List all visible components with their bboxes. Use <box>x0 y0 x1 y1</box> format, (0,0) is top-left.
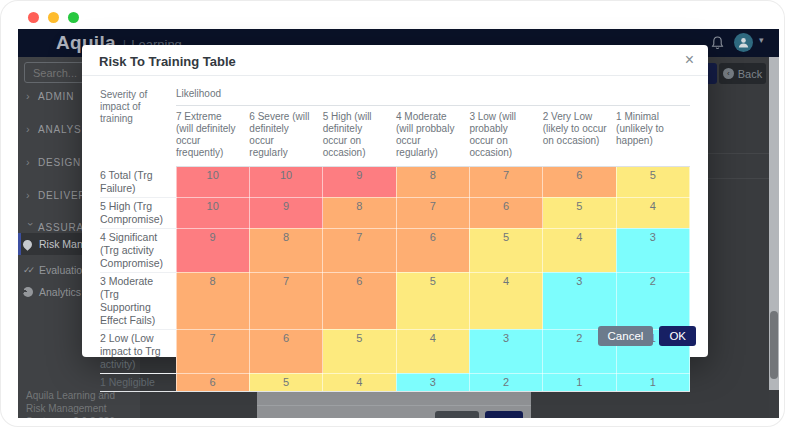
risk-value-cell[interactable]: 8 <box>176 272 249 329</box>
sidebar-item-label: DESIGN <box>38 157 81 168</box>
risk-value-cell[interactable]: 3 <box>616 228 689 272</box>
likelihood-column-header: 1 Minimal (unlikely to happen) <box>616 106 689 167</box>
sidebar-item-label: ADMIN <box>38 91 74 102</box>
risk-value-cell[interactable]: 5 <box>543 197 616 228</box>
likelihood-column-header: 7 Extreme (will definitely occur frequen… <box>176 106 249 167</box>
severity-row-label: 1 Negligible <box>100 373 176 391</box>
severity-row-label: 4 Significant (Trg activity Compromise) <box>100 228 176 272</box>
scrollbar-track[interactable] <box>769 57 779 390</box>
risk-value-cell[interactable]: 7 <box>249 272 322 329</box>
risk-value-cell[interactable]: 10 <box>176 197 249 228</box>
modal-footer: Cancel OK <box>598 326 696 346</box>
scrollbar-thumb[interactable] <box>770 311 778 379</box>
risk-value-cell[interactable]: 1 <box>616 373 689 391</box>
modal-title: Risk To Training Table <box>99 54 236 69</box>
likelihood-column-header: 4 Moderate (will probbaly occur regularl… <box>396 106 469 167</box>
chevron-right-icon: › <box>26 123 38 135</box>
risk-value-cell[interactable]: 2 <box>469 373 542 391</box>
back-arrow-icon: ‹ <box>723 68 734 79</box>
close-icon[interactable]: × <box>685 50 694 70</box>
risk-value-cell[interactable]: 5 <box>616 167 689 198</box>
risk-value-cell[interactable]: 4 <box>469 272 542 329</box>
chevron-right-icon: › <box>26 189 38 201</box>
risk-value-cell[interactable]: 6 <box>323 272 396 329</box>
back-button[interactable]: ‹ Back <box>719 63 766 84</box>
risk-value-cell[interactable]: 6 <box>249 329 322 373</box>
screenshot-canvas: Aquila | Learning ▾ <box>0 0 785 427</box>
risk-value-cell[interactable]: 2 <box>616 272 689 329</box>
background-row-divider <box>708 178 769 179</box>
risk-value-cell[interactable]: 9 <box>323 167 396 198</box>
chevron-down-icon[interactable]: ▾ <box>759 35 764 45</box>
risk-value-cell[interactable]: 5 <box>323 329 396 373</box>
avatar[interactable] <box>734 33 753 52</box>
risk-value-cell[interactable]: 4 <box>543 228 616 272</box>
severity-row-label: 5 High (Trg Compromise) <box>100 197 176 228</box>
risk-value-cell[interactable]: 3 <box>396 373 469 391</box>
risk-value-cell[interactable]: 7 <box>396 197 469 228</box>
risk-value-cell[interactable]: 3 <box>469 329 542 373</box>
background-row-divider <box>708 153 769 154</box>
risk-value-cell[interactable]: 7 <box>176 329 249 373</box>
chevron-right-icon: › <box>26 156 38 168</box>
risk-value-cell[interactable]: 4 <box>323 373 396 391</box>
risk-value-cell[interactable]: 5 <box>396 272 469 329</box>
window-zoom-icon[interactable] <box>68 12 79 23</box>
risk-value-cell[interactable]: 8 <box>396 167 469 198</box>
background-cancel-button[interactable] <box>435 411 479 418</box>
cancel-button[interactable]: Cancel <box>598 326 654 346</box>
sidebar-subitem-label: Evaluation <box>39 264 88 276</box>
risk-value-cell[interactable]: 7 <box>323 228 396 272</box>
likelihood-column-header: 3 Low (will probably occur on occasion) <box>469 106 542 167</box>
severity-row-label: 6 Total (Trg Failure) <box>100 167 176 198</box>
sidebar-subitem-label: Analytics <box>39 286 81 298</box>
likelihood-column-header: 5 High (will definitely occur on occasio… <box>323 106 396 167</box>
form-divider <box>257 405 531 406</box>
risk-value-cell[interactable]: 1 <box>543 373 616 391</box>
table-row: 5 High (Trg Compromise)10987654 <box>100 197 690 228</box>
app-version-text: Aquila Learning and Risk Management Syst… <box>26 389 134 418</box>
evaluation-icon: ✓✓ <box>23 265 39 275</box>
risk-value-cell[interactable]: 10 <box>176 167 249 198</box>
table-row: 4 Significant (Trg activity Compromise)9… <box>100 228 690 272</box>
risk-value-cell[interactable]: 5 <box>469 228 542 272</box>
back-button-label: Back <box>738 68 762 80</box>
ok-button[interactable]: OK <box>659 326 696 346</box>
severity-row-label: 3 Moderate (Trg Supporting Effect Fails) <box>100 272 176 329</box>
chevron-right-icon: › <box>26 90 38 102</box>
risk-value-cell[interactable]: 10 <box>249 167 322 198</box>
window-close-icon[interactable] <box>28 12 39 23</box>
likelihood-column-header: 2 Very Low (likely to occur on occasion) <box>543 106 616 167</box>
modal-header: Risk To Training Table × <box>82 45 708 76</box>
browser-window: Aquila | Learning ▾ <box>0 0 785 427</box>
likelihood-group-header: Likelihood <box>176 86 690 106</box>
risk-value-cell[interactable]: 4 <box>396 329 469 373</box>
risk-value-cell[interactable]: 8 <box>323 197 396 228</box>
risk-value-cell[interactable]: 6 <box>396 228 469 272</box>
risk-value-cell[interactable]: 9 <box>176 228 249 272</box>
risk-value-cell[interactable]: 7 <box>469 167 542 198</box>
risk-value-cell[interactable]: 6 <box>469 197 542 228</box>
risk-value-cell[interactable]: 8 <box>249 228 322 272</box>
bell-icon[interactable] <box>710 35 725 51</box>
likelihood-column-header: 6 Severe (will definitely occur regularl… <box>249 106 322 167</box>
risk-value-cell[interactable]: 6 <box>543 167 616 198</box>
risk-to-training-modal: Risk To Training Table × Severity of imp… <box>82 45 708 357</box>
table-row: 3 Moderate (Trg Supporting Effect Fails)… <box>100 272 690 329</box>
severity-row-label: 2 Low (Low impact to Trg activity) <box>100 329 176 373</box>
table-row: 1 Negligible6543211 <box>100 373 690 391</box>
risk-value-cell[interactable]: 3 <box>543 272 616 329</box>
severity-column-header: Severity of impact of training <box>100 86 176 167</box>
risk-value-cell[interactable]: 4 <box>616 197 689 228</box>
risk-value-cell[interactable]: 9 <box>249 197 322 228</box>
background-save-button[interactable] <box>485 411 523 418</box>
risk-value-cell[interactable]: 6 <box>176 373 249 391</box>
analytics-icon <box>23 287 39 297</box>
table-row: 6 Total (Trg Failure)101098765 <box>100 167 690 198</box>
risk-value-cell[interactable]: 5 <box>249 373 322 391</box>
risk-icon <box>23 240 39 249</box>
window-minimize-icon[interactable] <box>48 12 59 23</box>
